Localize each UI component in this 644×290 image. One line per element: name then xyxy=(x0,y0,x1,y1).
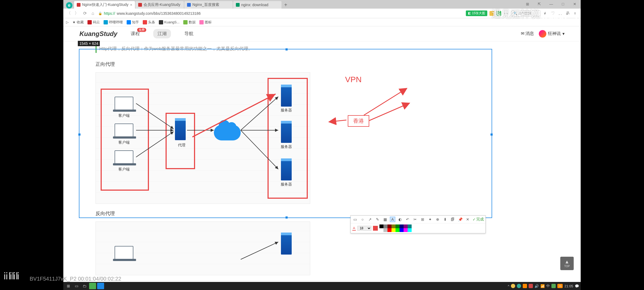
palette-color[interactable] xyxy=(391,224,396,228)
palette-color[interactable] xyxy=(387,228,391,232)
tray-4-icon[interactable] xyxy=(529,284,533,288)
svg-rect-35 xyxy=(10,274,11,279)
app-2-icon[interactable] xyxy=(97,283,104,289)
bm-icon[interactable]: 图标 xyxy=(199,20,212,25)
forward-button[interactable]: 〉 xyxy=(74,11,79,16)
client-3-label: 客户端 xyxy=(115,167,133,172)
reload-button[interactable]: ⟳ xyxy=(82,11,87,16)
svg-rect-40 xyxy=(16,272,17,280)
palette-color[interactable] xyxy=(400,228,404,232)
minimize-button[interactable]: — xyxy=(545,0,557,8)
palette-color[interactable] xyxy=(408,224,412,228)
close-button[interactable]: ✕ xyxy=(569,0,581,8)
text-tool[interactable]: A xyxy=(390,217,395,222)
qr-tool[interactable]: ⊞ xyxy=(420,217,425,222)
bm-fav[interactable]: ★ 收藏 xyxy=(72,20,84,25)
palette-color[interactable] xyxy=(404,224,408,228)
pin2-tool[interactable]: 📌 xyxy=(458,217,463,222)
nav-nav[interactable]: 导航 xyxy=(184,31,193,37)
crop-tool[interactable]: ✂ xyxy=(412,217,418,222)
notif-icon[interactable]: 💬 xyxy=(575,284,579,288)
maximize-button[interactable]: □ xyxy=(557,0,569,8)
clock[interactable]: 21:05 xyxy=(564,284,573,288)
app-1-icon[interactable] xyxy=(89,283,96,289)
forward-proxy-diagram: 客户端 客户端 客户端 代理 服务器 服务器 服务器 xyxy=(96,72,310,204)
cancel-tool[interactable]: ✕ xyxy=(465,217,470,222)
rect-tool[interactable]: ▭ xyxy=(352,217,358,222)
arrow-tool[interactable]: ↗ xyxy=(367,217,373,222)
server-2-label: 服务器 xyxy=(278,144,294,149)
palette-color[interactable] xyxy=(379,224,383,228)
tray-5-icon[interactable] xyxy=(551,284,556,288)
copy-tool[interactable]: 🗐 xyxy=(450,217,455,222)
back-button[interactable]: 〈 xyxy=(66,11,71,16)
pen-tool[interactable]: ✎ xyxy=(375,217,380,222)
bm-bilibili[interactable]: 哔哩哔哩 xyxy=(104,20,123,25)
start-button[interactable]: ⊞ xyxy=(65,283,72,289)
palette-color[interactable] xyxy=(383,228,387,232)
tab-3[interactable]: nginx: download xyxy=(233,1,281,9)
new-tab-button[interactable]: + xyxy=(282,1,290,9)
taskview-button[interactable]: ▭ xyxy=(73,283,80,289)
site-logo[interactable]: KuangStudy xyxy=(79,30,117,38)
color-palette[interactable] xyxy=(379,224,412,232)
font-size-select[interactable]: 18 xyxy=(357,226,371,231)
close-icon[interactable]: × xyxy=(130,3,132,7)
explorer-icon[interactable]: 🗀 xyxy=(81,283,88,289)
bm-gitee[interactable]: 码云 xyxy=(87,20,100,25)
home-button[interactable]: ⌂ xyxy=(90,11,96,16)
client-1-label: 客户端 xyxy=(115,113,133,118)
highlight-tool[interactable]: ◐ xyxy=(397,217,403,222)
palette-color[interactable] xyxy=(379,228,383,232)
pin-icon[interactable]: ⇱ xyxy=(533,0,545,8)
temp-icon[interactable]: 36 xyxy=(557,284,563,288)
tab-1[interactable]: 会员应用-KuangStudy xyxy=(136,1,184,9)
palette-color[interactable] xyxy=(404,228,408,232)
svg-rect-31 xyxy=(4,272,5,274)
svg-line-11 xyxy=(241,242,278,259)
url-input[interactable]: 🔒 https://www.kuangstudy.com/bbs/1353634… xyxy=(98,11,463,16)
bm-data[interactable]: 数据 xyxy=(183,20,196,25)
done-button[interactable]: ✓完成 xyxy=(473,217,484,222)
palette-color[interactable] xyxy=(391,228,396,232)
palette-color[interactable] xyxy=(408,228,412,232)
bm-zhihu[interactable]: 知乎 xyxy=(127,20,139,25)
user-menu[interactable]: 狂神说 ▾ xyxy=(539,30,565,38)
undo-tool[interactable]: ↶ xyxy=(405,217,410,222)
tray-2-icon[interactable] xyxy=(517,284,521,288)
svg-rect-20 xyxy=(556,12,558,19)
free-badge: 免费 xyxy=(137,28,146,32)
palette-color[interactable] xyxy=(383,224,387,228)
star-tool[interactable]: ✦ xyxy=(427,217,433,222)
bm-kuang[interactable]: KuangS... xyxy=(159,20,180,24)
more-tool[interactable]: ⊕ xyxy=(435,217,440,222)
server-1-icon xyxy=(281,85,292,107)
svg-rect-27 xyxy=(573,13,574,16)
tab-0[interactable]: Nginx快速入门-KuangStudy× xyxy=(74,1,135,9)
ellipse-tool[interactable]: ○ xyxy=(360,217,365,222)
back-to-top-button[interactable]: ▲ TOP xyxy=(560,257,574,270)
palette-color[interactable] xyxy=(400,224,404,228)
palette-color[interactable] xyxy=(396,224,400,228)
volume-icon[interactable]: 🔊 xyxy=(535,284,539,288)
download-tool[interactable]: ⬇ xyxy=(442,217,448,222)
ext-icon[interactable]: ⊞ xyxy=(522,0,533,8)
image-count-badge[interactable]: ◧15张大图 xyxy=(466,10,487,16)
tray-up-icon[interactable]: ^ xyxy=(508,284,509,288)
ime-icon[interactable]: 中 xyxy=(546,284,550,288)
wifi-icon[interactable]: 📶 xyxy=(540,284,545,288)
server-3-label: 服务器 xyxy=(278,182,294,187)
nav-courses[interactable]: 课程免费 xyxy=(131,31,140,37)
palette-color[interactable] xyxy=(387,224,391,228)
messages-link[interactable]: ✉ 消息 xyxy=(521,31,534,37)
tray-3-icon[interactable] xyxy=(523,284,527,288)
mosaic-tool[interactable]: ▦ xyxy=(382,217,388,222)
tray-1-icon[interactable] xyxy=(511,284,515,288)
bm-toggle[interactable]: ▷ xyxy=(66,20,69,24)
svg-rect-39 xyxy=(14,272,15,274)
bm-toutiao[interactable]: 头条 xyxy=(143,20,155,25)
current-color[interactable] xyxy=(373,226,378,231)
tab-2[interactable]: Nginx_百度搜索 xyxy=(184,1,233,9)
palette-color[interactable] xyxy=(396,228,400,232)
nav-jianghu[interactable]: 江湖 xyxy=(153,29,171,38)
